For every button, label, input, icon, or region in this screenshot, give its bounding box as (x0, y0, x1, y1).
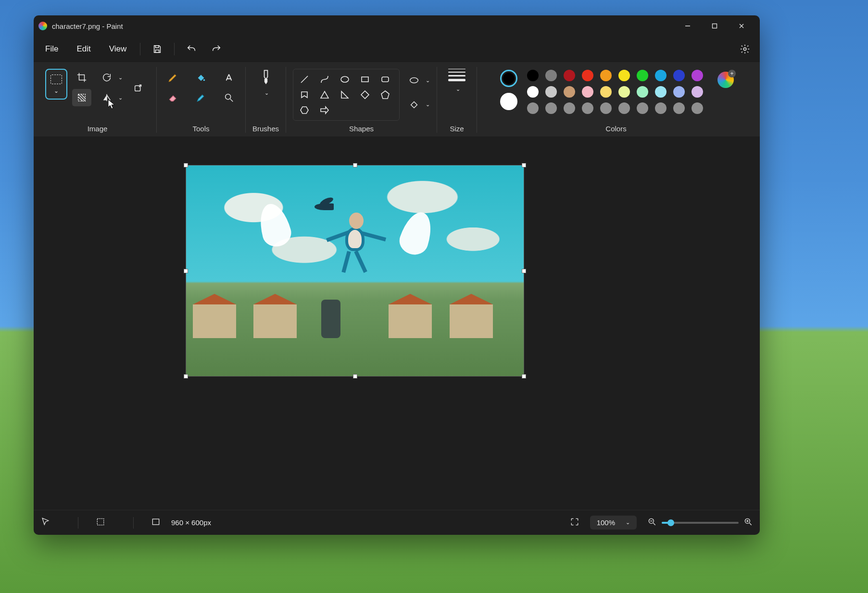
color-swatch[interactable] (692, 102, 703, 114)
chevron-down-icon[interactable]: ⌄ (426, 77, 430, 84)
color-swatch[interactable] (545, 70, 557, 81)
group-label-image: Image (88, 125, 108, 133)
shapes-gallery[interactable] (293, 69, 400, 121)
color-swatch[interactable] (637, 102, 648, 114)
resize-handle[interactable] (522, 163, 526, 167)
undo-button[interactable] (180, 39, 202, 59)
color-swatch[interactable] (600, 102, 612, 114)
edit-colors-button[interactable] (717, 72, 734, 88)
color-swatch[interactable] (655, 102, 667, 114)
ribbon-group-size: ⌄ Size (437, 67, 477, 133)
pencil-tool-button[interactable] (164, 69, 183, 86)
color2-swatch[interactable] (500, 93, 517, 110)
chevron-down-icon[interactable]: ⌄ (426, 101, 430, 108)
menu-view[interactable]: View (101, 40, 135, 58)
resize-handle[interactable] (184, 163, 188, 167)
color-swatch[interactable] (655, 86, 667, 98)
color-swatch[interactable] (673, 86, 685, 98)
color-swatch[interactable] (673, 102, 685, 114)
color-swatch[interactable] (545, 86, 557, 98)
color-swatch[interactable] (582, 102, 593, 114)
maximize-button[interactable] (701, 15, 728, 37)
color-swatch[interactable] (527, 70, 539, 81)
zoom-slider[interactable] (662, 522, 739, 524)
eraser-tool-button[interactable] (164, 89, 183, 106)
color-swatch[interactable] (600, 86, 612, 98)
shape-fill-button[interactable] (404, 96, 424, 113)
color-swatch[interactable] (673, 70, 685, 81)
slider-thumb[interactable] (667, 519, 674, 526)
color-swatch[interactable] (637, 70, 648, 81)
shape-hexagon-icon[interactable] (299, 105, 310, 115)
select-tool-button[interactable]: ⌄ (45, 69, 67, 100)
close-button[interactable] (728, 15, 755, 37)
crop-button[interactable] (72, 69, 91, 86)
titlebar[interactable]: character7.png - Paint (34, 15, 760, 37)
ribbon: ⌄ ⌄ (34, 62, 760, 137)
shape-triangle-icon[interactable] (319, 89, 330, 100)
color-swatch[interactable] (637, 86, 648, 98)
shape-pentagon-icon[interactable] (380, 89, 390, 100)
resize-handle[interactable] (522, 374, 526, 379)
minimize-button[interactable] (674, 15, 701, 37)
shape-line-icon[interactable] (299, 74, 310, 85)
resize-handle[interactable] (353, 163, 357, 167)
shape-diamond-icon[interactable] (360, 89, 370, 100)
resize-handle[interactable] (184, 374, 188, 379)
rotate-button[interactable] (97, 69, 116, 86)
color-swatch[interactable] (692, 70, 703, 81)
color-swatch[interactable] (655, 70, 667, 81)
magnifier-tool-button[interactable] (219, 89, 239, 106)
color-swatch[interactable] (545, 102, 557, 114)
resize-handle[interactable] (522, 269, 526, 273)
brushes-dropdown[interactable]: ⌄ (253, 69, 279, 96)
resize-handle[interactable] (184, 269, 188, 273)
fill-tool-button[interactable] (191, 69, 211, 86)
image-size-icon (151, 517, 161, 528)
color-swatch[interactable] (692, 86, 703, 98)
fit-to-window-button[interactable] (570, 517, 579, 528)
color-swatch[interactable] (618, 102, 630, 114)
shape-rectangle-icon[interactable] (360, 74, 370, 85)
zoom-out-button[interactable] (647, 517, 657, 528)
menu-edit[interactable]: Edit (69, 40, 98, 58)
resize-button[interactable] (127, 76, 150, 99)
size-dropdown[interactable]: ⌄ (444, 69, 470, 92)
color-picker-tool-button[interactable] (191, 89, 211, 106)
svg-line-33 (750, 523, 752, 525)
color-swatch[interactable] (564, 70, 575, 81)
canvas[interactable] (186, 165, 524, 377)
shape-curve-icon[interactable] (319, 74, 330, 85)
color-swatch[interactable] (618, 86, 630, 98)
color-swatch[interactable] (600, 70, 612, 81)
shape-outline-button[interactable] (404, 72, 424, 89)
color-swatch[interactable] (582, 86, 593, 98)
transparent-selection-button[interactable] (72, 89, 91, 106)
color-swatch[interactable] (582, 70, 593, 81)
color-swatch[interactable] (564, 86, 575, 98)
resize-handle[interactable] (353, 374, 357, 379)
shape-oval-icon[interactable] (340, 74, 350, 85)
shape-arrow-right-icon[interactable] (319, 105, 330, 115)
chevron-down-icon: ⌄ (264, 90, 269, 96)
redo-button[interactable] (205, 39, 227, 59)
statusbar: 960 × 600px 100% ⌄ (34, 510, 760, 535)
zoom-level-dropdown[interactable]: 100% ⌄ (590, 516, 637, 530)
color1-swatch[interactable] (500, 70, 517, 87)
chevron-down-icon[interactable]: ⌄ (118, 75, 123, 81)
chevron-down-icon[interactable]: ⌄ (118, 95, 123, 101)
menubar: File Edit View (34, 37, 760, 62)
color-swatch[interactable] (527, 86, 539, 98)
shape-polygon-icon[interactable] (299, 89, 310, 100)
menu-file[interactable]: File (38, 40, 66, 58)
zoom-in-button[interactable] (743, 517, 753, 528)
shape-rounded-rectangle-icon[interactable] (380, 74, 390, 85)
shape-right-triangle-icon[interactable] (340, 89, 350, 100)
canvas-area[interactable] (34, 137, 760, 510)
color-swatch[interactable] (527, 102, 539, 114)
color-swatch[interactable] (618, 70, 630, 81)
save-button[interactable] (146, 39, 168, 59)
settings-button[interactable] (734, 39, 756, 59)
text-tool-button[interactable] (219, 69, 239, 86)
color-swatch[interactable] (564, 102, 575, 114)
